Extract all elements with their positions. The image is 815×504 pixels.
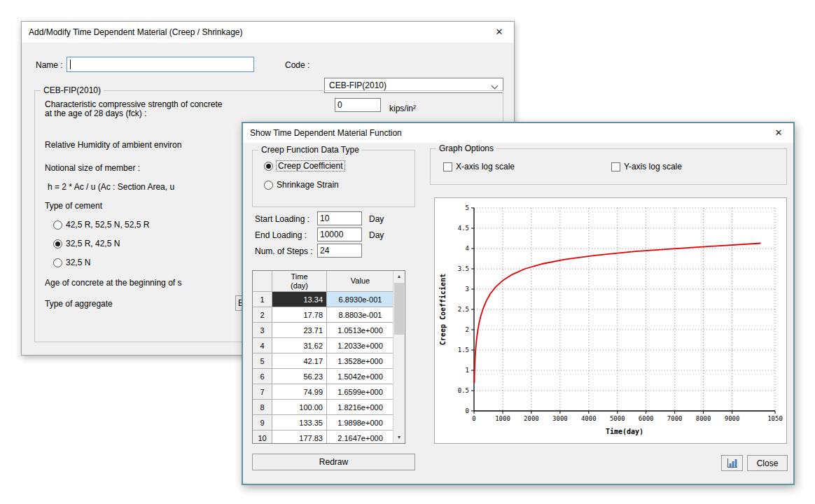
row-number-cell[interactable]: 2 — [253, 307, 272, 323]
dialog2-close-button[interactable]: ✕ — [764, 123, 793, 142]
creep-function-group-title: Creep Function Data Type — [258, 145, 362, 155]
notional-size-label: Notional size of member : — [45, 163, 140, 173]
row-number-cell[interactable]: 3 — [253, 323, 272, 338]
table-header-time: Time (day) — [272, 271, 327, 292]
svg-text:3: 3 — [466, 286, 469, 293]
radio-cement-425r[interactable]: 42,5 R, 52,5 N, 52,5 R — [53, 220, 149, 230]
radio-cement-325n[interactable]: 32,5 N — [53, 258, 90, 267]
svg-text:1000: 1000 — [495, 415, 510, 422]
table-header-value: Value — [327, 271, 394, 292]
value-cell[interactable]: 1.8216e+000 — [327, 400, 394, 415]
value-cell[interactable]: 2.1647e+000 — [327, 430, 394, 444]
value-cell[interactable]: 1.2033e+000 — [327, 338, 394, 354]
start-loading-input[interactable] — [317, 211, 362, 225]
table-row[interactable]: 113.346.8930e-001 — [253, 292, 405, 307]
svg-text:0: 0 — [466, 407, 469, 414]
table-row[interactable]: 656.231.5042e+000 — [253, 369, 405, 384]
radio-icon — [53, 258, 62, 267]
fck-label-line1: Characteristic compressive strength of c… — [45, 99, 222, 109]
scroll-thumb[interactable] — [394, 283, 404, 335]
redraw-button[interactable]: Redraw — [252, 454, 415, 470]
time-cell[interactable]: 56.23 — [272, 369, 327, 384]
checkbox-label: X-axis log scale — [456, 162, 515, 172]
value-cell[interactable]: 8.8803e-001 — [327, 307, 394, 323]
time-cell[interactable]: 42.17 — [272, 354, 327, 369]
table-row[interactable]: 774.991.6599e+000 — [253, 384, 405, 400]
value-cell[interactable]: 1.9898e+000 — [327, 415, 394, 430]
time-cell[interactable]: 177.83 — [272, 430, 327, 444]
value-cell[interactable]: 6.8930e-001 — [327, 292, 394, 307]
row-number-cell[interactable]: 1 — [253, 292, 272, 307]
dialog1-close-button[interactable]: ✕ — [485, 22, 514, 42]
code-selected-value: CEB-FIP(2010) — [329, 80, 386, 90]
fck-input[interactable] — [335, 98, 381, 112]
svg-text:5000: 5000 — [610, 415, 625, 422]
table-row[interactable]: 9133.351.9898e+000 — [253, 415, 405, 430]
time-cell[interactable]: 23.71 — [272, 323, 327, 338]
table-header-corner — [253, 271, 272, 292]
fck-unit-label: kips/in² — [389, 104, 416, 113]
row-number-cell[interactable]: 4 — [253, 338, 272, 354]
checkbox-icon — [611, 162, 620, 172]
time-cell[interactable]: 13.34 — [272, 292, 327, 307]
dialog1-titlebar[interactable]: Add/Modify Time Dependent Material (Cree… — [22, 22, 514, 43]
num-steps-input[interactable] — [317, 244, 362, 258]
time-cell[interactable]: 133.35 — [272, 415, 327, 430]
end-loading-input[interactable] — [317, 227, 362, 241]
value-cell[interactable]: 1.0513e+000 — [327, 323, 394, 338]
table-row[interactable]: 431.621.2033e+000 — [253, 338, 405, 354]
svg-text:2: 2 — [466, 326, 469, 333]
radio-label: Shrinkage Strain — [277, 180, 339, 190]
table-header-row: Time (day) Value — [253, 271, 405, 292]
svg-text:8000: 8000 — [696, 415, 711, 422]
row-number-cell[interactable]: 9 — [253, 415, 272, 430]
svg-text:Creep Coefficient: Creep Coefficient — [439, 274, 447, 345]
row-number-cell[interactable]: 6 — [253, 369, 272, 384]
svg-text:3.5: 3.5 — [458, 265, 469, 272]
name-label: Name : — [36, 60, 63, 70]
time-cell[interactable]: 31.62 — [272, 338, 327, 354]
scroll-up-icon[interactable]: ▲ — [393, 271, 405, 282]
table-row[interactable]: 323.711.0513e+000 — [253, 323, 405, 338]
time-cell[interactable]: 17.78 — [272, 307, 327, 323]
time-cell[interactable]: 74.99 — [272, 384, 327, 400]
dialog2-title: Show Time Dependent Material Function — [250, 128, 402, 138]
radio-shrinkage-strain[interactable]: Shrinkage Strain — [264, 180, 339, 190]
value-cell[interactable]: 1.6599e+000 — [327, 384, 394, 400]
text-caret — [70, 59, 71, 69]
checkbox-label: Y-axis log scale — [624, 162, 682, 172]
fck-label-line2: at the age of 28 days (fck) : — [45, 108, 146, 118]
svg-text:3000: 3000 — [552, 415, 568, 422]
table-row[interactable]: 217.788.8803e-001 — [253, 307, 405, 323]
row-number-cell[interactable]: 10 — [253, 430, 272, 444]
radio-icon — [53, 220, 62, 230]
bar-chart-icon — [727, 458, 738, 468]
svg-text:7000: 7000 — [667, 415, 683, 422]
radio-creep-coefficient[interactable]: Creep Coefficient — [264, 161, 344, 171]
start-loading-unit: Day — [369, 214, 384, 224]
radio-cement-325r[interactable]: 32,5 R, 42,5 N — [53, 239, 120, 248]
time-cell[interactable]: 100.00 — [272, 400, 327, 415]
svg-text:2000: 2000 — [524, 415, 539, 422]
table-row[interactable]: 8100.001.8216e+000 — [253, 400, 405, 415]
radio-label: Creep Coefficient — [277, 161, 344, 171]
svg-text:Time(day): Time(day) — [606, 428, 643, 435]
value-cell[interactable]: 1.3528e+000 — [327, 354, 394, 369]
scroll-down-icon[interactable]: ▼ — [393, 432, 405, 443]
value-cell[interactable]: 1.5042e+000 — [327, 369, 394, 384]
radio-label: 42,5 R, 52,5 N, 52,5 R — [66, 220, 149, 230]
table-row[interactable]: 542.171.3528e+000 — [253, 354, 405, 369]
name-input[interactable] — [67, 57, 254, 72]
table-scrollbar[interactable]: ▲ ▼ — [393, 271, 405, 443]
row-number-cell[interactable]: 7 — [253, 384, 272, 400]
row-number-cell[interactable]: 5 — [253, 354, 272, 369]
dialog2-titlebar[interactable]: Show Time Dependent Material Function ✕ — [243, 123, 793, 143]
radio-icon — [264, 181, 273, 190]
row-number-cell[interactable]: 8 — [253, 400, 272, 415]
checkbox-x-log-scale[interactable]: X-axis log scale — [443, 162, 515, 172]
table-row[interactable]: 10177.832.1647e+000 — [253, 430, 405, 444]
notional-formula-label: h = 2 * Ac / u (Ac : Section Area, u — [48, 182, 174, 192]
chart-style-button[interactable] — [721, 455, 743, 471]
close-button[interactable]: Close — [747, 455, 788, 471]
checkbox-y-log-scale[interactable]: Y-axis log scale — [611, 162, 682, 172]
